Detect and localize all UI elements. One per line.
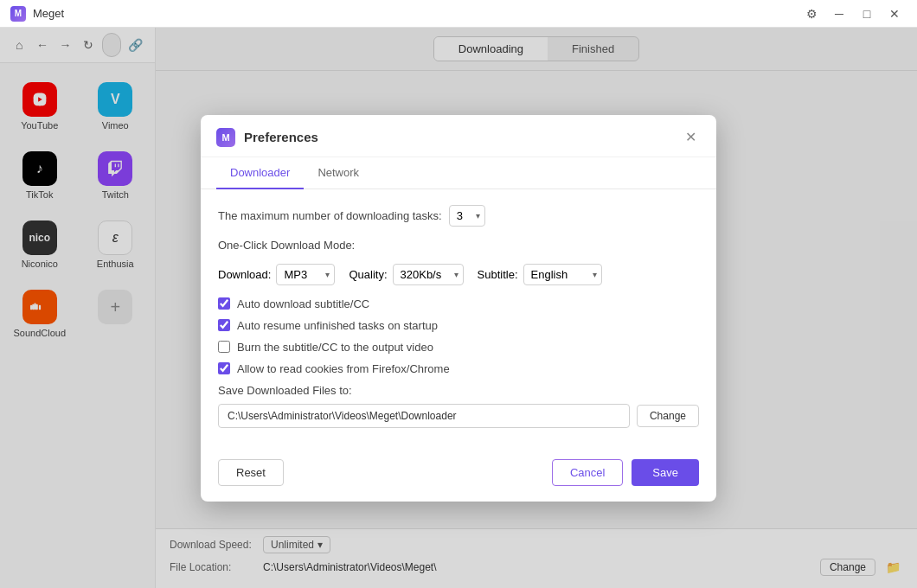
tab-network[interactable]: Network (304, 157, 373, 189)
checkbox-auto-resume-label: Auto resume unfinished tasks on startup (237, 319, 438, 332)
minimize-button[interactable]: ─ (827, 3, 851, 24)
dialog-header: M Preferences ✕ (201, 115, 716, 157)
checkbox-auto-subtitle-row: Auto download subtitle/CC (218, 297, 699, 310)
checkbox-burn-subtitle-row: Burn the subtitle/CC to the output video (218, 341, 699, 354)
save-button[interactable]: Save (632, 459, 699, 486)
subtitle-select[interactable]: English Chinese Japanese Spanish None (523, 264, 602, 285)
title-bar: M Meget ⚙ ─ □ ✕ (0, 0, 917, 28)
checkbox-auto-subtitle-label: Auto download subtitle/CC (237, 297, 369, 310)
download-select-wrapper: MP3 MP4 AAC FLAC WAV (276, 264, 335, 285)
save-files-row: Change (218, 404, 699, 428)
tab-downloader[interactable]: Downloader (216, 157, 304, 189)
close-button[interactable]: ✕ (882, 3, 907, 24)
dialog-tabs: Downloader Network (201, 157, 716, 189)
checkbox-burn-subtitle[interactable] (218, 341, 230, 353)
max-tasks-label: The maximum number of downloading tasks: (218, 209, 442, 222)
dialog-logo: M (216, 128, 235, 147)
one-click-options-row: Download: MP3 MP4 AAC FLAC WAV Quality: (218, 264, 699, 285)
download-format-group: Download: MP3 MP4 AAC FLAC WAV (218, 264, 335, 285)
checkbox-allow-cookies-label: Allow to read cookies from Firefox/Chrom… (237, 362, 450, 375)
checkbox-burn-subtitle-label: Burn the subtitle/CC to the output video (237, 341, 433, 354)
quality-select[interactable]: 320Kb/s 256Kb/s 192Kb/s 128Kb/s (393, 264, 464, 285)
maximize-button[interactable]: □ (855, 3, 879, 24)
quality-select-wrapper: 320Kb/s 256Kb/s 192Kb/s 128Kb/s (393, 264, 464, 285)
quality-group: Quality: 320Kb/s 256Kb/s 192Kb/s 128Kb/s (349, 264, 463, 285)
footer-right: Cancel Save (552, 459, 699, 486)
window-controls: ⚙ ─ □ ✕ (799, 3, 907, 24)
dialog-footer: Reset Cancel Save (201, 459, 716, 502)
dialog-title: Preferences (244, 130, 680, 144)
footer-left: Reset (218, 459, 284, 486)
dialog-close-button[interactable]: ✕ (680, 127, 701, 148)
subtitle-group: Subtitle: English Chinese Japanese Spani… (478, 264, 602, 285)
reset-button[interactable]: Reset (218, 459, 284, 486)
cancel-button[interactable]: Cancel (552, 459, 623, 486)
save-path-input[interactable] (218, 404, 630, 428)
quality-label: Quality: (349, 268, 387, 281)
download-label: Download: (218, 268, 271, 281)
app-title: Meget (33, 7, 799, 20)
preferences-dialog: M Preferences ✕ Downloader Network The m… (201, 115, 716, 502)
checkbox-auto-subtitle[interactable] (218, 297, 230, 310)
dialog-overlay: M Preferences ✕ Downloader Network The m… (0, 28, 917, 588)
checkbox-auto-resume[interactable] (218, 319, 230, 331)
save-files-label: Save Downloaded Files to: (218, 384, 699, 397)
max-tasks-row: The maximum number of downloading tasks:… (218, 205, 699, 227)
max-tasks-select-wrapper: 1 2 3 4 5 (449, 205, 485, 227)
dialog-content: The maximum number of downloading tasks:… (201, 189, 716, 459)
one-click-label: One-Click Download Mode: (218, 239, 355, 252)
settings-button[interactable]: ⚙ (799, 3, 824, 24)
change-dir-button[interactable]: Change (637, 405, 699, 427)
app-logo: M (10, 6, 26, 22)
max-tasks-select[interactable]: 1 2 3 4 5 (449, 205, 485, 227)
checkbox-allow-cookies-row: Allow to read cookies from Firefox/Chrom… (218, 362, 699, 375)
checkbox-auto-resume-row: Auto resume unfinished tasks on startup (218, 319, 699, 332)
checkbox-allow-cookies[interactable] (218, 362, 230, 374)
subtitle-select-wrapper: English Chinese Japanese Spanish None (523, 264, 602, 285)
one-click-label-row: One-Click Download Mode: (218, 239, 699, 252)
subtitle-label: Subtitle: (478, 268, 518, 281)
download-format-select[interactable]: MP3 MP4 AAC FLAC WAV (276, 264, 335, 285)
